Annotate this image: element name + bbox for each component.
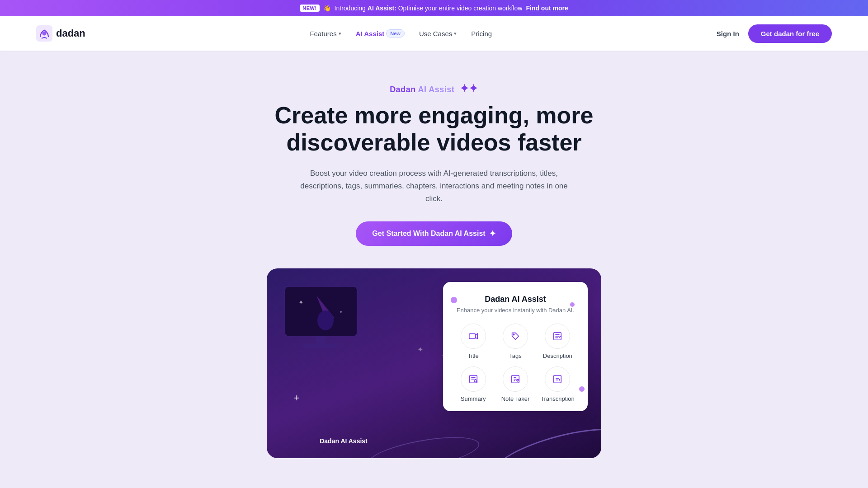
ai-feature-label: Summary bbox=[461, 395, 486, 402]
find-out-more-link[interactable]: Find out more bbox=[526, 5, 568, 12]
orb-decoration bbox=[579, 386, 585, 392]
orb-decoration bbox=[451, 297, 457, 303]
ai-assist-card: Dadan AI Assist Enhance your videos inst… bbox=[443, 282, 588, 411]
hero-subtitle: Dadan AI Assist ✦✦ bbox=[9, 82, 859, 95]
ai-feature-icon bbox=[461, 324, 486, 349]
ai-feature-item: Summary bbox=[456, 366, 491, 402]
wizard-scene: ✦ ✦ + Dadan AI Assist bbox=[267, 268, 420, 458]
svg-point-10 bbox=[513, 334, 514, 335]
svg-point-1 bbox=[42, 32, 47, 36]
logo-icon bbox=[36, 25, 52, 42]
nav-ai-assist[interactable]: AI Assist New bbox=[356, 29, 405, 38]
announcement-emoji: 👋 bbox=[323, 5, 331, 12]
new-badge: NEW! bbox=[300, 5, 319, 12]
svg-rect-9 bbox=[469, 333, 475, 338]
nav-right: Sign In Get dadan for free bbox=[717, 24, 832, 43]
ai-feature-label: Transcription bbox=[541, 395, 575, 402]
ai-feature-item: Transcription bbox=[540, 366, 575, 402]
logo[interactable]: dadan bbox=[36, 25, 85, 42]
svg-point-21 bbox=[559, 380, 560, 380]
star-decoration: ✦ bbox=[441, 347, 452, 363]
star-decoration: ✦ bbox=[417, 345, 423, 354]
ai-feature-label: Tags bbox=[509, 352, 521, 359]
hero-section: Dadan AI Assist ✦✦ Create more engaging,… bbox=[0, 51, 868, 476]
svg-rect-2 bbox=[285, 286, 357, 336]
ai-feature-icon bbox=[545, 324, 570, 349]
ai-feature-label: Description bbox=[543, 352, 572, 359]
svg-text:✦: ✦ bbox=[339, 310, 343, 314]
wizard-label: Dadan AI Assist bbox=[267, 437, 420, 445]
ring-decoration bbox=[491, 418, 601, 458]
cta-sparkle-icon: ✦ bbox=[489, 229, 496, 239]
nav-links: Features ▾ AI Assist New Use Cases ▾ Pri… bbox=[310, 29, 492, 38]
plus-icon: + bbox=[294, 392, 300, 404]
hero-cta-button[interactable]: Get Started With Dadan AI Assist ✦ bbox=[356, 221, 512, 246]
get-dadan-free-button[interactable]: Get dadan for free bbox=[748, 24, 832, 43]
new-nav-badge: New bbox=[386, 29, 405, 38]
ai-feature-item: Note Taker bbox=[498, 366, 533, 402]
sparkles-icon: ✦✦ bbox=[460, 82, 478, 95]
chevron-down-icon: ▾ bbox=[339, 31, 341, 37]
svg-point-18 bbox=[474, 380, 476, 382]
hero-title: Create more engaging, more discoverable … bbox=[253, 102, 615, 156]
ai-features-grid: TitleTagsDescriptionSummaryNote TakerTra… bbox=[456, 324, 575, 402]
nav-pricing[interactable]: Pricing bbox=[471, 30, 492, 38]
svg-rect-4 bbox=[303, 344, 339, 348]
hero-description: Boost your video creation process with A… bbox=[298, 167, 570, 205]
ai-feature-label: Note Taker bbox=[501, 395, 530, 402]
navbar: dadan Features ▾ AI Assist New Use Cases… bbox=[0, 16, 868, 51]
nav-use-cases[interactable]: Use Cases ▾ bbox=[419, 30, 457, 38]
ai-card-description: Enhance your videos instantly with Dadan… bbox=[456, 307, 575, 314]
ai-feature-item: Tags bbox=[498, 324, 533, 359]
svg-text:✦: ✦ bbox=[298, 299, 304, 306]
ai-feature-item: Title bbox=[456, 324, 491, 359]
ai-feature-icon bbox=[503, 324, 528, 349]
logo-text: dadan bbox=[56, 28, 85, 39]
ai-card-title: Dadan AI Assist bbox=[456, 295, 575, 304]
monitor-illustration: ✦ ✦ bbox=[280, 282, 371, 354]
svg-point-6 bbox=[317, 310, 334, 330]
ai-feature-item: Description bbox=[540, 324, 575, 359]
sign-in-button[interactable]: Sign In bbox=[717, 30, 739, 38]
ai-feature-icon bbox=[545, 366, 570, 392]
announcement-text: Introducing AI Assist: Optimise your ent… bbox=[335, 5, 523, 12]
nav-features[interactable]: Features ▾ bbox=[310, 30, 341, 38]
ai-feature-icon bbox=[461, 366, 486, 392]
ai-feature-label: Title bbox=[468, 352, 479, 359]
svg-rect-20 bbox=[554, 375, 561, 383]
chevron-down-icon: ▾ bbox=[454, 31, 457, 37]
announcement-bar: NEW! 👋 Introducing AI Assist: Optimise y… bbox=[0, 0, 868, 16]
svg-rect-3 bbox=[316, 336, 326, 345]
hero-demo-image: ✦ ✦ + Dadan AI Assist ✦ ✦ Dadan AI Assis… bbox=[267, 268, 601, 458]
ai-feature-icon bbox=[503, 366, 528, 392]
